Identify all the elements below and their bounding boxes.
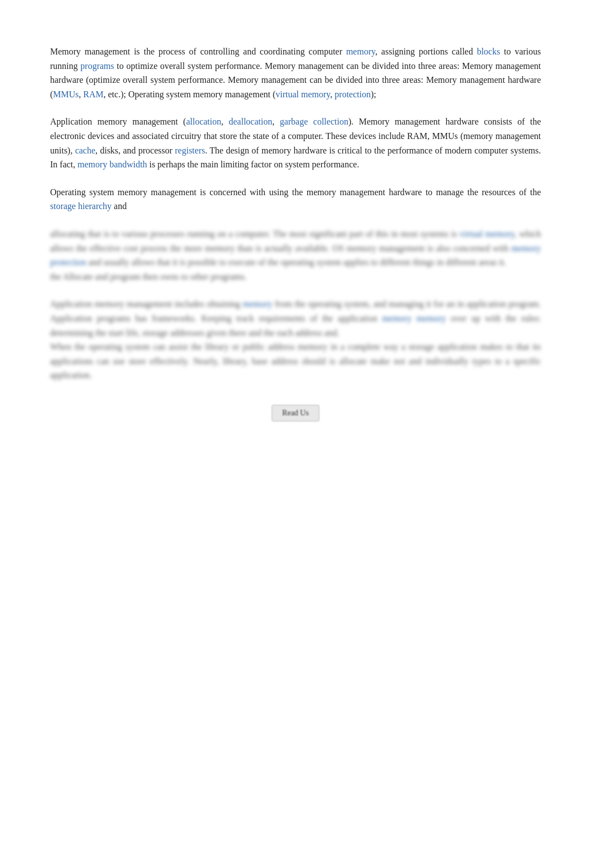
link-registers[interactable]: registers (175, 146, 205, 155)
p2-text-start: Application memory management ( (50, 117, 186, 126)
paragraph-2: Application memory management (allocatio… (50, 115, 541, 171)
p2-comma1: , (221, 117, 229, 126)
link-cache[interactable]: cache (75, 146, 95, 155)
paragraph-3: Operating system memory management is co… (50, 185, 541, 214)
blurred-link-memory2[interactable]: memory (382, 314, 411, 323)
p2-comma2: , (272, 117, 280, 126)
link-blocks[interactable]: blocks (477, 47, 500, 56)
link-garbage-collection[interactable]: garbage collection (280, 117, 348, 126)
read-more-button[interactable]: Read Us (272, 405, 319, 421)
link-mmus[interactable]: MMUs (53, 90, 78, 99)
link-deallocation[interactable]: deallocation (229, 117, 272, 126)
link-programs[interactable]: programs (81, 61, 114, 71)
link-ram[interactable]: RAM (83, 90, 104, 99)
link-memory[interactable]: memory (346, 47, 375, 56)
p1-text-before-memory: Memory management is the process of cont… (50, 47, 346, 56)
link-allocation[interactable]: allocation (186, 117, 221, 126)
blurred-link-memory-protection[interactable]: memory protection (50, 244, 541, 267)
p3-text: Operating system memory management is co… (50, 187, 541, 197)
link-storage-hierarchy[interactable]: storage hierarchy (50, 201, 112, 211)
link-virtual-memory[interactable]: virtual memory (275, 90, 330, 99)
page-container: Memory management is the process of cont… (0, 0, 591, 868)
p1-comma1: , (79, 90, 83, 99)
p2-bandwidth-is: is perhaps the main limiting factor on s… (147, 160, 359, 169)
blurred-link-memory[interactable]: memory (243, 299, 272, 309)
p1-end: ); (371, 90, 376, 99)
blurred-link-memory3[interactable]: memory (416, 314, 446, 323)
read-more-area: Read Us (50, 405, 541, 421)
p2-after-cache: , disks, and processor (95, 146, 175, 155)
blurred-section: allocating that is to various processes … (50, 227, 541, 383)
blurred-link-virtual-memory[interactable]: virtual memory (460, 229, 515, 239)
p1-etc: , etc.); Operating system memory managem… (104, 90, 275, 99)
blurred-paragraph-1: allocating that is to various processes … (50, 227, 541, 284)
p1-text-after-memory: , assigning portions called (375, 47, 477, 56)
p3-text-end: and (112, 201, 127, 211)
blurred-paragraph-2: Application memory management includes o… (50, 297, 541, 383)
link-memory-bandwidth[interactable]: memory bandwidth (77, 160, 147, 169)
link-protection[interactable]: protection (334, 90, 371, 99)
paragraph-1: Memory management is the process of cont… (50, 44, 541, 101)
